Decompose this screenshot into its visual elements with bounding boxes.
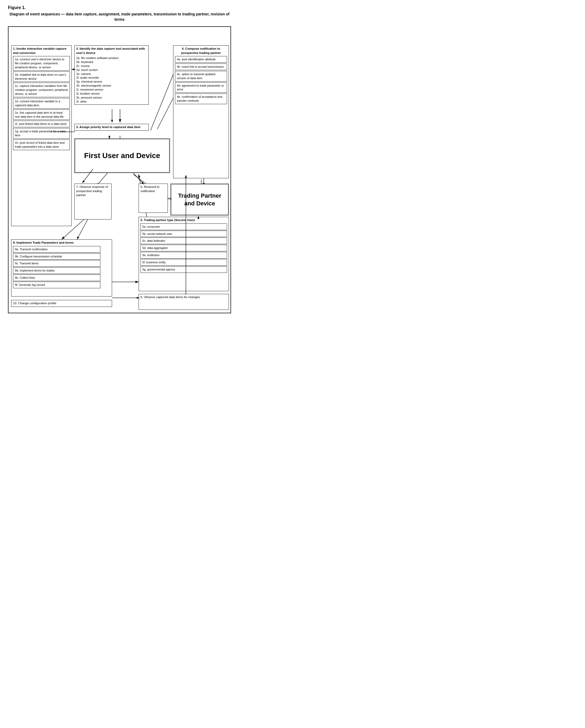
- box5a: 5a. consumer: [140, 224, 227, 230]
- trading-partner-box: Trading Partner and Device: [170, 184, 229, 215]
- box5b: 5b. social network user: [140, 231, 227, 237]
- box1e: 1e. link captured data item to at least …: [13, 109, 70, 120]
- box1f: 1f. post linked data items to a data sto…: [13, 121, 70, 127]
- box5d: 5d. data aggregator: [140, 245, 227, 251]
- diagram-title: Diagram of event sequences — data item c…: [8, 12, 231, 22]
- diagram-container: 1. Invoke interactive variable capture a…: [8, 26, 231, 313]
- box5-title: 5. Trading partner type (Second User): [140, 218, 227, 223]
- box1b: 1b. establish link to data store on user…: [13, 72, 70, 82]
- box4c: 4c. option to transmit updated version o…: [175, 71, 227, 82]
- box9a: 9a. Transmit confirmation: [13, 246, 100, 253]
- box1g: 1g. accept a trade parameter for a data …: [13, 128, 70, 139]
- box5-outer: 5. Trading partner type (Second User) 5a…: [139, 217, 229, 291]
- box4e: 4e. confirmation of acceptance and trans…: [175, 94, 227, 104]
- box9e: 9e. Collect fees: [13, 275, 100, 281]
- box9c: 9c. Transmit items: [13, 260, 100, 267]
- box9f: 9f. Generate log record: [13, 282, 100, 288]
- box5e: 5e. institution: [140, 252, 227, 259]
- box4-title: 4. Compose notification to prospective t…: [175, 47, 227, 55]
- box2-title: 2. Identify the data capture tool associ…: [76, 47, 147, 55]
- box10: 10. Change configuration profile: [11, 300, 112, 307]
- box4-outer: 4. Compose notification to prospective t…: [173, 46, 229, 178]
- box7: 7. Observe response of prospective tradi…: [74, 184, 111, 219]
- box6: 6. Respond to notification: [139, 184, 168, 213]
- box4b: 4b. insert link to accept transmission: [175, 63, 227, 70]
- box2: 2. Identify the data capture tool associ…: [74, 46, 149, 105]
- box9b: 9b. Configure transmission schedule: [13, 253, 100, 260]
- arrow-9-to-8: [112, 295, 141, 301]
- arrow-7-to-9: [74, 219, 101, 241]
- svg-line-28: [133, 173, 144, 184]
- box1a: 1a. connect user's electronic device to …: [13, 56, 70, 71]
- box2-items: 2a. file creation software product 2b. k…: [76, 56, 147, 103]
- box9d: 9d. Implement terms for trades: [13, 267, 100, 274]
- box1-title: 1. Invoke interactive variable capture a…: [13, 47, 70, 55]
- box3: 3. Assign priority level to captured dat…: [74, 124, 149, 131]
- box9-title: 9. Implement Trade Parameters and terms: [13, 241, 110, 245]
- figure-label: Figure 1.: [8, 5, 231, 10]
- box1-outer: 1. Invoke interactive variable capture a…: [11, 46, 72, 226]
- box1d: 1d. convert interactive variable to a ca…: [13, 98, 70, 109]
- svg-line-34: [77, 219, 88, 239]
- first-user-box: First User and Device: [74, 138, 170, 173]
- svg-line-18: [151, 68, 176, 130]
- box5f: 5f. business entity: [140, 259, 227, 266]
- box1h: 1h. post record of linked data item and …: [13, 139, 70, 150]
- box8: 8. Observe captured data items for chang…: [139, 294, 229, 310]
- box5g: 5g. governmental agency: [140, 266, 227, 273]
- box5c: 5c. data federator: [140, 237, 227, 244]
- box4d: 4d. agreement to trade parameter or pric…: [175, 82, 227, 93]
- arrow-2-to-3: [107, 109, 117, 124]
- box9-outer: 9. Implement Trade Parameters and terms …: [11, 239, 112, 296]
- box4a: 4a. post identification attribute: [175, 56, 227, 63]
- box1c: 1c. capture interactive variables from f…: [13, 83, 70, 97]
